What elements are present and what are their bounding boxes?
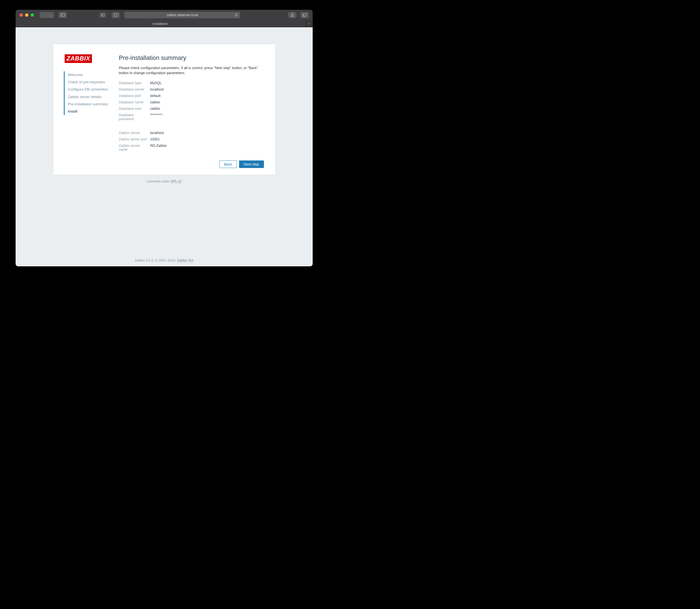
params-grid: Database type MySQL Database server loca… [119,81,264,152]
db-type-label: Database type [119,81,149,85]
main-content: Pre-installation summary Please check co… [119,54,264,168]
db-user-label: Database user [119,107,149,110]
traffic-lights [19,13,34,17]
db-type-value: MySQL [150,81,264,85]
page-title: Pre-installation summary [119,54,264,62]
minimize-window-button[interactable] [25,13,29,17]
copyright-text: Zabbix 4.0.2. © 2001–2018, [135,259,177,262]
svg-rect-6 [304,14,306,16]
zs-value: localhost [150,131,264,135]
svg-rect-0 [61,14,65,16]
reload-icon[interactable] [234,13,238,17]
zs-label: Zabbix server [119,131,149,135]
license-footer: Licensed under GPL v2 [16,179,313,183]
db-name-label: Database name [119,100,149,104]
tab-installation[interactable]: Installation [16,20,305,27]
maximize-window-button[interactable] [31,13,34,17]
tab-label: Installation [153,22,168,25]
sidebar: ZABBIX Welcome Check of pre-requisites C… [65,54,119,168]
setup-card: ZABBIX Welcome Check of pre-requisites C… [53,44,275,175]
copyright-footer: Zabbix 4.0.2. © 2001–2018, Zabbix SIA [16,259,313,262]
step-prerequisites: Check of pre-requisites [65,79,119,86]
zs-port-value: 10051 [150,137,264,141]
tabs-button[interactable] [301,12,309,18]
next-step-button[interactable]: Next step [239,160,264,168]
db-user-value: zabbix [150,107,264,110]
viewport: ZABBIX Welcome Check of pre-requisites C… [16,27,313,266]
license-link[interactable]: GPL v2 [171,179,182,184]
new-tab-button[interactable]: + [305,20,313,27]
page-description: Please check configuration parameters. I… [119,66,264,75]
address-bar[interactable]: zabbix.rabanser.local [124,12,240,18]
tabbar: Installation + [16,20,313,27]
db-name-value: zabbix [150,100,264,104]
zabbix-sia-link[interactable]: Zabbix SIA [177,259,193,263]
toolbar-right [286,12,309,18]
db-port-label: Database port [119,94,149,98]
db-port-value: default [150,94,264,98]
address-text: zabbix.rabanser.local [167,13,198,17]
zabbix-logo: ZABBIX [65,54,92,63]
titlebar: zabbix.rabanser.local [16,10,313,20]
step-db-connection: Configure DB connection [65,86,119,93]
sidebar-toggle-button[interactable] [58,12,67,18]
step-install: Install [65,108,119,115]
forward-nav-button[interactable] [47,12,54,18]
step-preinstall-summary: Pre-installation summary [65,101,119,108]
step-welcome: Welcome [65,71,119,79]
db-password-label: Database password [119,113,149,121]
db-server-label: Database server [119,87,149,91]
browser-window: zabbix.rabanser.local Installation + ZAB… [16,10,313,266]
back-button[interactable]: Back [219,160,237,168]
zs-name-value: RD-Zabbix [150,144,264,152]
reader-button[interactable] [99,12,107,18]
db-password-value: ********* [150,113,264,121]
zs-port-label: Zabbix server port [119,137,149,141]
share-button[interactable] [288,12,296,18]
privacy-button[interactable] [112,12,120,18]
close-window-button[interactable] [19,13,23,17]
step-server-details: Zabbix server details [65,93,119,101]
back-nav-button[interactable] [39,12,47,18]
db-server-value: localhost [150,87,264,91]
wizard-buttons: Back Next step [219,160,264,168]
nav-buttons [39,12,54,18]
license-prefix: Licensed under [147,179,171,183]
zs-name-label: Zabbix server name [119,144,149,152]
setup-steps: Welcome Check of pre-requisites Configur… [64,71,119,115]
